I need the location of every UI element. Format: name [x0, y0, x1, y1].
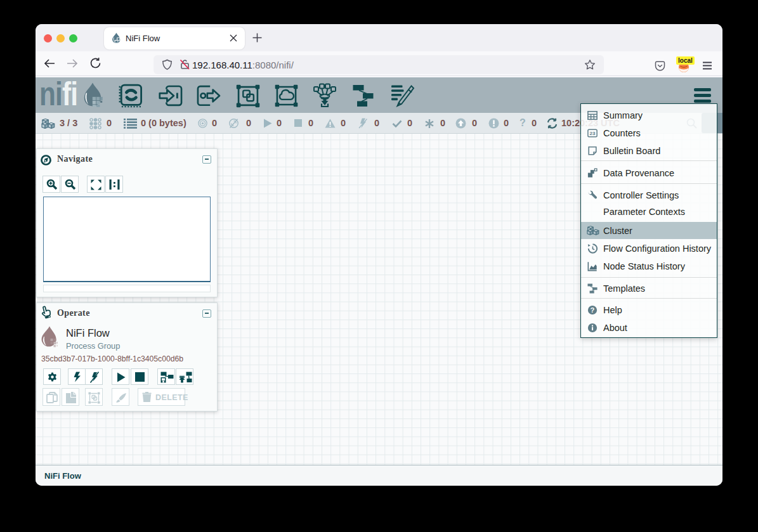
- svg-text:?: ?: [591, 306, 595, 314]
- svg-text:23: 23: [590, 131, 596, 136]
